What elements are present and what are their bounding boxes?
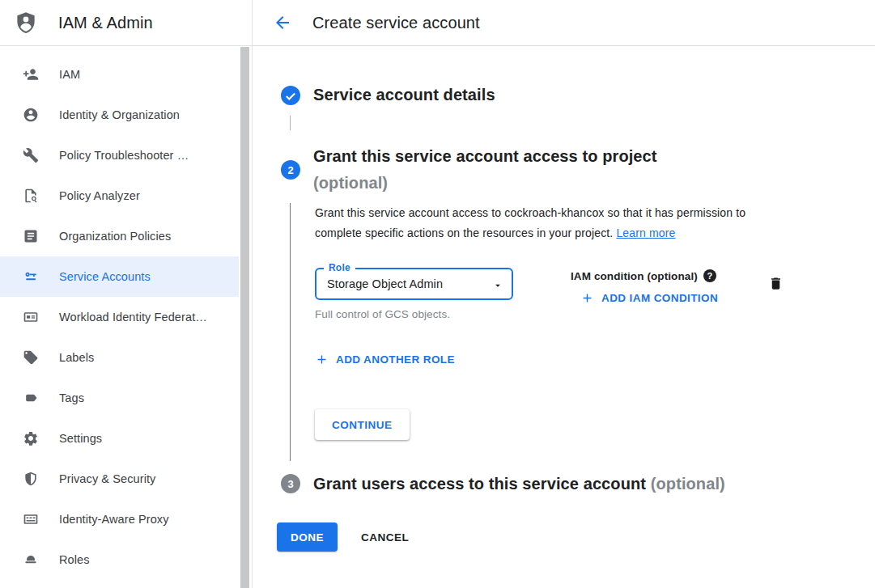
sidebar-item-label: Workload Identity Federat… (59, 311, 207, 324)
shield-icon (23, 471, 39, 487)
gear-icon (23, 430, 39, 446)
iam-condition-label: IAM condition (optional) (571, 270, 698, 282)
cancel-button[interactable]: CANCEL (361, 531, 409, 544)
form-actions: DONE CANCEL (277, 522, 875, 552)
wizard-content: Service account details 2 Grant this ser… (253, 46, 875, 552)
iam-condition-column: IAM condition (optional) ? ADD IAM CONDI… (571, 269, 718, 305)
product-name: IAM & Admin (58, 14, 153, 32)
sidebar-item-labels[interactable]: Labels (0, 337, 239, 378)
page-header: Create service account (253, 0, 875, 46)
sidebar-item-organization-policies[interactable]: Organization Policies (0, 216, 239, 256)
role-column: Role Storage Object Admin Full control o… (315, 268, 794, 320)
document-search-icon (23, 188, 39, 204)
step-2-header: 2 Grant this service account access to p… (281, 143, 875, 197)
done-button[interactable]: DONE (277, 522, 338, 552)
step-2-description: Grant this service account access to coc… (315, 203, 794, 243)
hat-icon (23, 552, 39, 568)
continue-button[interactable]: CONTINUE (315, 409, 410, 440)
sidebar-item-label: Policy Troubleshooter … (59, 149, 189, 162)
step-3-header: 3 Grant users access to this service acc… (281, 472, 875, 495)
sidebar-item-policy-troubleshooter[interactable]: Policy Troubleshooter … (0, 135, 239, 176)
sidebar-item-label: Organization Policies (59, 230, 171, 243)
step-2-number-badge: 2 (281, 160, 300, 180)
card-icon (23, 309, 39, 325)
label-tag-icon (23, 349, 39, 366)
sidebar: IAM & Admin IAM Identity & Organization … (0, 0, 253, 588)
step-3-optional-label: (optional) (651, 475, 725, 493)
page-title: Create service account (312, 14, 480, 32)
role-row: Role Storage Object Admin Full control o… (315, 268, 794, 322)
sidebar-nav: IAM Identity & Organization Policy Troub… (0, 46, 252, 580)
account-circle-icon (23, 107, 39, 123)
back-arrow-icon[interactable] (272, 12, 293, 33)
step-1-header: Service account details (281, 82, 875, 108)
sidebar-item-label: Policy Analyzer (59, 189, 140, 202)
add-another-role-button[interactable]: ADD ANOTHER ROLE (315, 353, 455, 366)
sidebar-item-workload-identity-federation[interactable]: Workload Identity Federat… (0, 297, 239, 337)
chevron-down-icon (492, 280, 503, 294)
role-helper-text: Full control of GCS objects. (315, 308, 794, 320)
sidebar-item-label: Tags (59, 391, 84, 404)
step-3-title: Grant users access to this service accou… (313, 472, 725, 495)
sidebar-item-service-accounts[interactable]: Service Accounts (0, 256, 239, 297)
step-2-title: Grant this service account access to pro… (313, 143, 657, 197)
delete-role-button[interactable] (767, 276, 784, 294)
sidebar-item-identity-organization[interactable]: Identity & Organization (0, 95, 239, 135)
sidebar-item-roles[interactable]: Roles (0, 539, 239, 580)
sidebar-item-label: Service Accounts (59, 270, 151, 283)
sidebar-item-policy-analyzer[interactable]: Policy Analyzer (0, 176, 239, 216)
main-panel: Create service account Service account d… (253, 0, 875, 588)
add-iam-condition-button[interactable]: ADD IAM CONDITION (580, 291, 718, 305)
article-icon (23, 228, 39, 244)
trash-icon (768, 276, 784, 291)
sidebar-item-settings[interactable]: Settings (0, 418, 239, 459)
service-account-key-icon (23, 269, 39, 285)
person-add-icon (23, 66, 39, 82)
step-1-completed-check-icon (281, 86, 300, 105)
sidebar-item-label: Settings (59, 432, 102, 445)
sidebar-item-tags[interactable]: Tags (0, 378, 239, 418)
step-2-body: Grant this service account access to coc… (281, 197, 875, 461)
sidebar-header: IAM & Admin (0, 0, 252, 46)
sidebar-item-iam[interactable]: IAM (0, 54, 239, 95)
role-dropdown[interactable]: Role Storage Object Admin (315, 268, 513, 300)
sidebar-item-label: Identity & Organization (59, 108, 180, 121)
wrench-icon (23, 147, 39, 163)
sidebar-item-label: Labels (59, 351, 94, 364)
iam-admin-shield-icon (14, 11, 38, 35)
sidebar-item-label: Privacy & Security (59, 472, 155, 485)
plus-icon (315, 353, 329, 366)
step-connector (290, 116, 291, 130)
sidebar-item-label: IAM (59, 68, 80, 81)
step-1-title: Service account details (313, 82, 495, 108)
help-icon[interactable]: ? (703, 269, 716, 282)
plus-icon (580, 291, 594, 305)
learn-more-link[interactable]: Learn more (616, 226, 675, 239)
sidebar-item-label: Identity-Aware Proxy (59, 513, 169, 526)
sidebar-item-label: Roles (59, 553, 90, 566)
sidebar-item-privacy-security[interactable]: Privacy & Security (0, 459, 239, 499)
role-dropdown-value: Storage Object Admin (327, 277, 443, 290)
sidebar-item-identity-aware-proxy[interactable]: Identity-Aware Proxy (0, 499, 239, 539)
proxy-grid-icon (23, 511, 39, 527)
step-2-optional-label: (optional) (313, 174, 388, 192)
app-window: IAM & Admin IAM Identity & Organization … (0, 0, 875, 588)
sidebar-scrollbar[interactable] (240, 47, 249, 588)
role-dropdown-label: Role (324, 262, 355, 273)
step-3-number-badge: 3 (281, 474, 300, 493)
tag-icon (23, 390, 39, 406)
